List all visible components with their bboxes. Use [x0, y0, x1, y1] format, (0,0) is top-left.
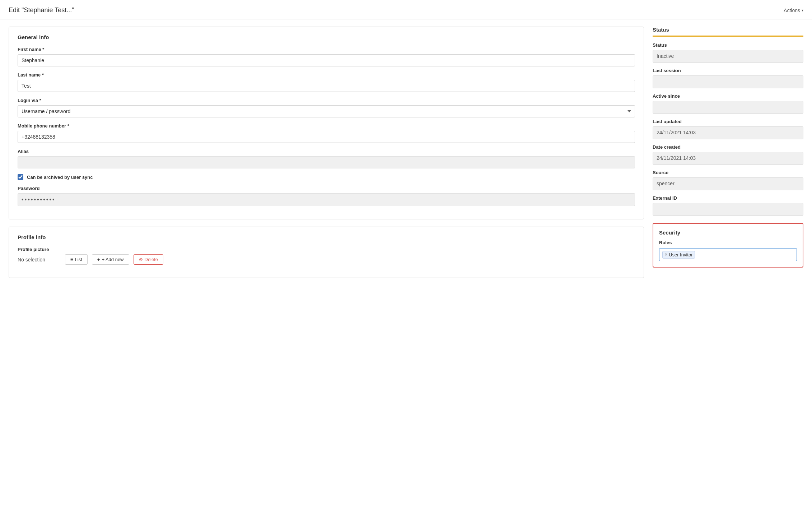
- last-session-label: Last session: [653, 68, 803, 73]
- last-updated-label: Last updated: [653, 119, 803, 124]
- external-id-label: External ID: [653, 195, 803, 201]
- active-since-label: Active since: [653, 93, 803, 99]
- last-session-value: [653, 75, 803, 88]
- list-button-label: List: [75, 257, 82, 262]
- role-tag-remove[interactable]: ×: [665, 252, 667, 257]
- plus-icon: +: [97, 257, 100, 262]
- general-info-section: General info First name * Last name * Lo…: [9, 27, 644, 219]
- page-title: Edit "Stephanie Test...": [9, 6, 74, 14]
- roles-text-input[interactable]: [696, 252, 794, 257]
- status-section: Status Status Inactive Last session Acti…: [653, 27, 803, 216]
- role-tag: × User Invitor: [662, 251, 695, 259]
- alias-group: Alias: [18, 149, 635, 168]
- date-created-label: Date created: [653, 144, 803, 150]
- delete-label: Delete: [145, 257, 158, 262]
- alias-input[interactable]: [18, 156, 635, 168]
- source-value: spencer: [653, 177, 803, 190]
- last-name-input[interactable]: [18, 80, 635, 92]
- last-name-group: Last name *: [18, 72, 635, 92]
- alias-label: Alias: [18, 149, 635, 154]
- status-label: Status: [653, 42, 803, 48]
- right-column: Status Status Inactive Last session Acti…: [653, 27, 803, 268]
- login-via-select[interactable]: Username / password SSO Google: [18, 105, 635, 117]
- page-header: Edit "Stephanie Test..." Actions ▾: [0, 0, 812, 19]
- date-created-value: 24/11/2021 14:03: [653, 152, 803, 165]
- actions-button[interactable]: Actions ▾: [784, 8, 803, 13]
- add-new-label: + Add new: [102, 257, 123, 262]
- login-via-group: Login via * Username / password SSO Goog…: [18, 98, 635, 117]
- status-value: Inactive: [653, 50, 803, 63]
- login-via-label: Login via *: [18, 98, 635, 103]
- first-name-label: First name *: [18, 47, 635, 52]
- password-label: Password: [18, 186, 635, 191]
- profile-info-title: Profile info: [18, 234, 635, 240]
- delete-button[interactable]: ⊗ Delete: [134, 254, 164, 265]
- profile-info-section: Profile info Profile picture No selectio…: [9, 227, 644, 278]
- left-column: General info First name * Last name * Lo…: [9, 27, 653, 285]
- mobile-phone-input[interactable]: [18, 131, 635, 143]
- active-since-value: [653, 101, 803, 114]
- can-be-archived-row: Can be archived by user sync: [18, 174, 635, 180]
- mobile-phone-label: Mobile phone number *: [18, 123, 635, 129]
- external-id-value: [653, 203, 803, 216]
- mobile-phone-group: Mobile phone number *: [18, 123, 635, 143]
- profile-picture-row: No selection ≡ List + + Add new ⊗ Delete: [18, 254, 635, 265]
- role-tag-label: User Invitor: [669, 252, 692, 257]
- first-name-group: First name *: [18, 47, 635, 66]
- last-updated-value: 24/11/2021 14:03: [653, 126, 803, 139]
- profile-picture-label: Profile picture: [18, 247, 635, 252]
- roles-input-container[interactable]: × User Invitor: [659, 248, 797, 261]
- main-layout: General info First name * Last name * Lo…: [0, 19, 812, 292]
- first-name-input[interactable]: [18, 54, 635, 66]
- status-section-title: Status: [653, 27, 803, 37]
- general-info-title: General info: [18, 34, 635, 40]
- chevron-down-icon: ▾: [802, 8, 803, 12]
- source-label: Source: [653, 170, 803, 175]
- no-selection-text: No selection: [18, 257, 61, 263]
- roles-label: Roles: [659, 240, 797, 245]
- list-icon: ≡: [70, 257, 73, 262]
- last-name-label: Last name *: [18, 72, 635, 78]
- can-be-archived-label: Can be archived by user sync: [27, 175, 93, 180]
- delete-icon: ⊗: [139, 257, 143, 262]
- profile-picture-group: Profile picture No selection ≡ List + + …: [18, 247, 635, 265]
- password-input[interactable]: [18, 193, 635, 206]
- security-section: Security Roles × User Invitor: [653, 223, 803, 268]
- list-button[interactable]: ≡ List: [65, 254, 88, 265]
- password-group: Password: [18, 186, 635, 206]
- add-new-button[interactable]: + + Add new: [92, 254, 129, 265]
- security-title: Security: [659, 229, 797, 236]
- can-be-archived-checkbox[interactable]: [18, 174, 23, 180]
